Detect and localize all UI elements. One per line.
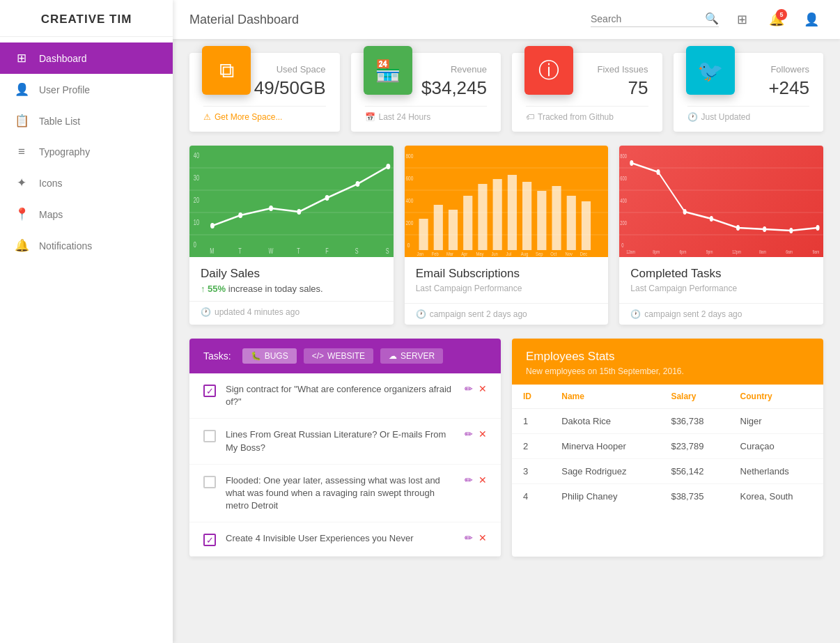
brand-logo: CREATIVE TIM [0, 0, 173, 37]
completed-tasks-title: Completed Tasks [630, 267, 812, 281]
increase-value: ↑ 55% [201, 284, 226, 294]
warning-icon: ⚠ [203, 112, 211, 122]
svg-rect-36 [478, 184, 487, 250]
task-delete-1[interactable]: ✕ [479, 383, 487, 394]
svg-point-10 [238, 212, 242, 218]
svg-text:600: 600 [621, 175, 628, 183]
search-input[interactable] [591, 13, 702, 24]
task-checkbox-1[interactable] [203, 385, 216, 397]
clock-icon: 🕐 [687, 112, 698, 122]
svg-rect-41 [552, 186, 561, 250]
stat-card-revenue: 🏪 Revenue $34,245 📅 Last 24 Hours [351, 53, 501, 132]
svg-text:0: 0 [407, 242, 410, 249]
get-more-space-link[interactable]: Get More Space... [215, 112, 282, 122]
sidebar-item-icons[interactable]: ✦ Icons [0, 167, 173, 199]
sidebar-item-table-list[interactable]: 📋 Table List [0, 105, 173, 137]
cell-salary: $23,789 [660, 434, 729, 459]
sidebar-item-typography[interactable]: ≡ Typography [0, 137, 173, 167]
task-delete-3[interactable]: ✕ [479, 474, 487, 486]
bottom-row: Tasks: 🐛 BUGS </> WEBSITE ☁ SERVER [189, 339, 823, 557]
website-tab-label: WEBSITE [327, 351, 365, 361]
daily-sales-canvas: 40 30 20 10 0 [189, 146, 394, 257]
cell-salary: $38,735 [660, 484, 729, 509]
task-item: Sign contract for "What are conference o… [189, 373, 501, 419]
employees-table: ID Name Salary Country 1 Dakota Rice $36… [512, 385, 823, 509]
task-edit-3[interactable]: ✏ [465, 474, 473, 486]
svg-text:W: W [268, 247, 274, 255]
svg-text:May: May [476, 251, 483, 257]
sidebar-item-maps[interactable]: 📍 Maps [0, 199, 173, 230]
search-icon[interactable]: 🔍 [705, 12, 719, 25]
svg-text:S: S [355, 247, 359, 255]
task-delete-2[interactable]: ✕ [479, 428, 487, 440]
task-text-3: Flooded: One year later, assessing what … [226, 474, 455, 513]
tasks-card: Tasks: 🐛 BUGS </> WEBSITE ☁ SERVER [189, 339, 501, 557]
task-delete-4[interactable]: ✕ [479, 532, 487, 543]
col-id: ID [512, 385, 550, 409]
code-icon: </> [312, 351, 324, 361]
svg-text:9pm: 9pm [706, 249, 713, 256]
notifications-button[interactable]: 🔔 5 [765, 8, 788, 31]
cell-country: Netherlands [729, 459, 823, 484]
task-edit-1[interactable]: ✏ [465, 383, 473, 394]
col-country: Country [729, 385, 823, 409]
svg-text:Sep: Sep [536, 251, 543, 257]
user-account-button[interactable]: 👤 [800, 8, 823, 31]
sidebar-item-notifications[interactable]: 🔔 Notifications [0, 230, 173, 261]
task-edit-4[interactable]: ✏ [465, 532, 473, 543]
cell-name: Philip Chaney [550, 484, 660, 509]
svg-text:12pm: 12pm [733, 249, 742, 256]
cell-salary: $36,738 [660, 409, 729, 434]
followers-footer-text: Just Updated [701, 112, 751, 122]
email-subs-subtitle: Last Campaign Performance [416, 284, 598, 293]
clock-icon-2: 🕐 [201, 307, 211, 317]
table-row: 3 Sage Rodriguez $56,142 Netherlands [512, 459, 823, 484]
task-tab-website[interactable]: </> WEBSITE [304, 348, 373, 364]
notification-badge: 5 [776, 9, 787, 20]
email-subs-canvas: 800 600 400 200 0 [405, 146, 609, 257]
task-actions-1: ✏ ✕ [465, 383, 487, 394]
fixed-issues-footer-text: Tracked from Github [538, 112, 614, 122]
svg-text:M: M [210, 247, 214, 255]
dashboard-icon: ⊞ [14, 51, 29, 65]
revenue-footer-text: Last 24 Hours [379, 112, 431, 122]
task-checkbox-3[interactable] [203, 476, 216, 488]
svg-text:8am: 8am [759, 249, 766, 254]
task-tab-bugs[interactable]: 🐛 BUGS [242, 348, 297, 364]
svg-point-14 [356, 181, 360, 187]
completed-tasks-canvas: 800 600 400 200 0 [619, 146, 823, 257]
completed-tasks-footer: 🕐 campaign sent 2 days ago [619, 303, 823, 325]
sidebar-item-user-profile[interactable]: 👤 User Profile [0, 74, 173, 105]
svg-text:8pm: 8pm [653, 249, 660, 256]
grid-view-button[interactable]: ⊞ [730, 8, 754, 31]
task-tab-server[interactable]: ☁ SERVER [380, 348, 443, 364]
table-row: 1 Dakota Rice $36,738 Niger [512, 409, 823, 434]
svg-text:6pm: 6pm [680, 249, 687, 256]
used-space-footer: ⚠ Get More Space... [203, 106, 326, 122]
svg-rect-37 [492, 179, 501, 250]
typography-icon: ≡ [14, 145, 29, 159]
tag-icon: 🏷 [526, 112, 534, 122]
svg-rect-43 [582, 201, 591, 250]
employees-card: Employees Stats New employees on 15th Se… [512, 339, 823, 557]
task-edit-2[interactable]: ✏ [465, 428, 473, 440]
svg-text:6am: 6am [786, 249, 793, 254]
svg-text:F: F [325, 247, 328, 255]
email-subs-footer: 🕐 campaign sent 2 days ago [405, 303, 609, 325]
page-title: Material Dashboard [189, 13, 580, 27]
svg-text:800: 800 [405, 153, 413, 160]
task-item: Flooded: One year later, assessing what … [189, 465, 501, 523]
table-row: 4 Philip Chaney $38,735 Korea, South [512, 484, 823, 509]
svg-text:Jun: Jun [491, 251, 498, 256]
svg-text:12am: 12am [627, 249, 636, 254]
server-tab-label: SERVER [400, 351, 435, 361]
task-checkbox-4[interactable] [203, 534, 216, 546]
svg-text:800: 800 [621, 153, 628, 160]
search-wrapper: 🔍 [591, 12, 719, 27]
sidebar-item-dashboard[interactable]: ⊞ Dashboard [0, 42, 173, 74]
sidebar-nav: ⊞ Dashboard 👤 User Profile 📋 Table List … [0, 37, 173, 643]
task-checkbox-2[interactable] [203, 430, 216, 442]
main-content: Material Dashboard 🔍 ⊞ 🔔 5 👤 ⧉ Used Spac… [173, 0, 840, 643]
task-item: Create 4 Invisible User Experiences you … [189, 522, 501, 557]
sidebar-label-maps: Maps [39, 209, 63, 220]
